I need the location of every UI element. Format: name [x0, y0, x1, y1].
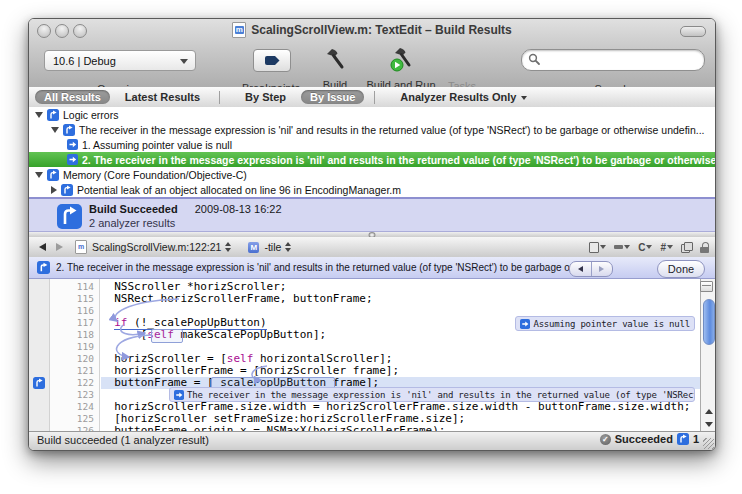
- chevron-down-icon: [646, 245, 652, 249]
- analyzer-message-text: 2. The receiver in the message expressio…: [56, 262, 581, 273]
- scroll-up-button[interactable]: [701, 405, 715, 418]
- scrollbar-thumb[interactable]: [703, 299, 715, 345]
- scope-by-step[interactable]: By Step: [236, 90, 295, 104]
- history-forward-button[interactable]: [56, 243, 63, 251]
- result-row[interactable]: Logic errors: [29, 107, 715, 122]
- breakpoints-menu-button[interactable]: [614, 245, 630, 249]
- line-number: 120: [50, 353, 99, 365]
- disclosure-triangle-icon[interactable]: [51, 186, 57, 194]
- build-and-run-button[interactable]: [388, 46, 414, 72]
- source-editor[interactable]: 114115116117118119120121122123124125126 …: [29, 279, 715, 431]
- symbol-popup[interactable]: -tile: [264, 241, 281, 253]
- breakpoint-icon: [265, 56, 280, 65]
- split-editor-button[interactable]: [700, 281, 713, 292]
- chevron-down-icon: [667, 245, 673, 249]
- code-token: makeScalePopUpButton];: [174, 328, 326, 341]
- toolbar-toggle-button[interactable]: [680, 26, 706, 37]
- analyzer-icon[interactable]: [677, 433, 689, 445]
- result-row-text: 1. Assuming pointer value is null: [82, 139, 232, 151]
- annotation-text: Assuming pointer value is null: [533, 319, 690, 329]
- annotation-text: The receiver in the message expression i…: [187, 390, 695, 400]
- popup-arrow-icon: [180, 59, 188, 64]
- results-filter-bar: All Results Latest Results By Step By Is…: [29, 87, 715, 108]
- result-row-text: 2. The receiver in the message expressio…: [82, 154, 715, 166]
- scope-all-results[interactable]: All Results: [35, 90, 110, 104]
- editor-scrollbar[interactable]: [700, 279, 715, 431]
- status-message: Build succeeded (1 analyzer result): [37, 434, 209, 446]
- gutter-analyzer-badge-icon[interactable]: [33, 377, 45, 389]
- breakpoints-button[interactable]: [253, 49, 291, 72]
- divider: [374, 91, 375, 104]
- included-files-menu-button[interactable]: #: [660, 242, 673, 253]
- counterpart-button[interactable]: [681, 242, 692, 252]
- result-row-text: The receiver in the message expression i…: [79, 124, 705, 136]
- code-token: NSRect horizScrollerFrame, buttonFrame;: [101, 292, 373, 305]
- c-menu-label: C: [638, 242, 645, 253]
- succeeded-icon: ✓: [600, 434, 611, 445]
- file-icon: m: [75, 240, 87, 254]
- build-timestamp: 2009-08-13 16:22: [195, 203, 282, 215]
- result-row-text: Memory (Core Foundation/Objective-C): [63, 169, 247, 181]
- line-number-gutter: 114115116117118119120121122123124125126: [50, 279, 100, 431]
- next-issue-button[interactable]: [592, 262, 613, 276]
- xcode-build-results-window: m ScalingScrollView.m: TextEdit – Build …: [28, 18, 716, 451]
- analyzer-icon: [37, 261, 50, 274]
- build-button[interactable]: [322, 46, 348, 72]
- inline-annotation-bubble[interactable]: Assuming pointer value is null: [515, 316, 695, 331]
- bookmarks-menu-button[interactable]: [589, 242, 606, 253]
- result-row-text: Logic errors: [63, 109, 118, 121]
- scroll-down-button[interactable]: [701, 418, 715, 431]
- disclosure-triangle-icon[interactable]: [51, 127, 59, 133]
- window-chrome: m ScalingScrollView.m: TextEdit – Build …: [29, 19, 715, 88]
- result-row[interactable]: Memory (Core Foundation/Objective-C): [29, 167, 715, 182]
- popup-stepper-icon[interactable]: [225, 242, 232, 252]
- divider: [219, 91, 220, 104]
- done-button[interactable]: Done: [657, 260, 705, 278]
- line-number: 117: [50, 317, 99, 329]
- line-number: 122: [50, 377, 99, 389]
- build-summary-bar[interactable]: Build Succeeded 2009-08-13 16:22 2 analy…: [29, 197, 715, 232]
- class-hierarchy-menu-button[interactable]: C: [638, 242, 652, 253]
- step-arrow-icon: [520, 319, 530, 329]
- result-row[interactable]: 2. The receiver in the message expressio…: [29, 152, 715, 167]
- resize-grip[interactable]: [703, 438, 714, 449]
- title-bar[interactable]: m ScalingScrollView.m: TextEdit – Build …: [29, 19, 715, 41]
- history-back-button[interactable]: [39, 243, 46, 251]
- succeeded-label: Succeeded: [615, 433, 673, 445]
- chevron-down-icon: [521, 96, 527, 100]
- hash-menu-label: #: [660, 242, 666, 253]
- popup-stepper-icon[interactable]: [285, 242, 292, 252]
- inline-annotation-bubble[interactable]: The receiver in the message expression i…: [169, 387, 695, 402]
- document-icon: m: [232, 22, 246, 38]
- file-popup[interactable]: ScalingScrollView.m:122:21: [92, 241, 221, 253]
- overview-popup[interactable]: 10.6 | Debug: [44, 50, 196, 71]
- prev-next-issue-control: [569, 261, 613, 277]
- line-number: 115: [50, 293, 99, 305]
- scope-latest-results[interactable]: Latest Results: [116, 90, 209, 104]
- analyzer-icon: [63, 124, 75, 136]
- analyzer-results-only-menu[interactable]: Analyzer Results Only: [391, 90, 536, 104]
- build-succeeded-label: Build Succeeded: [89, 203, 178, 215]
- breakpoint-gutter[interactable]: [29, 279, 50, 431]
- lock-icon[interactable]: [700, 242, 709, 253]
- scope-by-issue[interactable]: By Issue: [301, 90, 364, 104]
- result-row[interactable]: 1. Assuming pointer value is null: [29, 137, 715, 152]
- step-arrow-icon: [174, 390, 184, 400]
- previous-issue-button[interactable]: [570, 262, 591, 276]
- disclosure-triangle-icon[interactable]: [35, 172, 43, 178]
- analyzer-count: 1: [693, 433, 699, 445]
- overview-popup-value: 10.6 | Debug: [53, 55, 116, 67]
- analyzer-results-count: 2 analyzer results: [89, 217, 175, 229]
- code-line[interactable]: NSRect horizScrollerFrame, buttonFrame;: [101, 293, 700, 305]
- result-row[interactable]: Potential leak of an object allocated on…: [29, 182, 715, 197]
- search-input[interactable]: [521, 49, 705, 71]
- analyzer-icon: [61, 184, 73, 196]
- line-number: 125: [50, 413, 99, 425]
- result-row[interactable]: The receiver in the message expression i…: [29, 122, 715, 137]
- disclosure-triangle-icon[interactable]: [35, 112, 43, 118]
- code-text-area[interactable]: NSScroller *horizScroller; NSRect horizS…: [101, 279, 700, 431]
- editor-nav-bar: m ScalingScrollView.m:122:21 M -tile C #: [29, 237, 715, 258]
- step-arrow-icon: [67, 154, 78, 165]
- step-arrow-icon: [67, 139, 78, 150]
- analyzer-results-only-label: Analyzer Results Only: [400, 91, 516, 103]
